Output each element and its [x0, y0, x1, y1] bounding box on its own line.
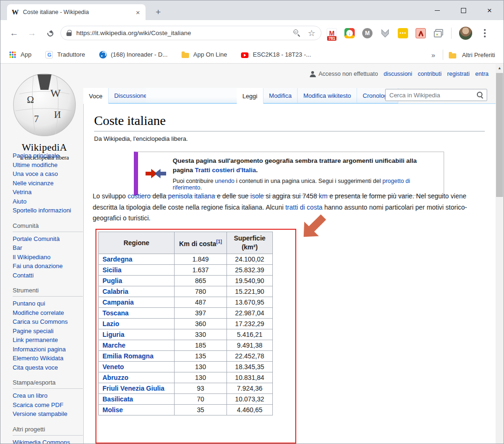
text-segment: .	[256, 167, 258, 174]
wikipedia-globe-icon: W Ω И 7	[9, 68, 80, 139]
svg-text:W: W	[50, 87, 61, 99]
reload-button[interactable]	[43, 26, 57, 40]
tab-voce[interactable]: Voce	[83, 88, 109, 104]
sidebar-link[interactable]: Ultime modifiche	[13, 160, 83, 170]
mega-extension-icon[interactable]: M	[362, 28, 373, 38]
sidebar-section-title: Comunità	[13, 222, 83, 232]
search-icon[interactable]	[477, 92, 483, 98]
sidebar-link[interactable]: Una voce a caso	[13, 169, 83, 179]
sidebar-link[interactable]: Pagina principale	[13, 151, 83, 160]
bookmark-item[interactable]: Traduttore	[45, 51, 85, 58]
url-text[interactable]: https://it.wikipedia.org/wiki/Coste_ital…	[76, 29, 293, 36]
inline-link[interactable]: costiero	[128, 192, 151, 200]
bookmark-star-icon[interactable]: ☆	[308, 29, 315, 37]
gmail-unread-badge: 781	[327, 36, 336, 41]
sidebar-link[interactable]: Il Wikipediano	[13, 253, 83, 262]
tab-modifica[interactable]: Modifica	[263, 88, 298, 103]
browser-window: W Coste italiane - Wikipedia × + × ← → h…	[0, 0, 504, 444]
download-manager-extension-icon[interactable]: ↓	[344, 28, 355, 38]
wikipedia-logo[interactable]: W Ω И 7 WikipediA L'enciclopedia libera	[7, 68, 82, 161]
chrome-menu-button[interactable]	[480, 28, 490, 38]
sidebar-link[interactable]: Crea un libro	[13, 391, 83, 400]
sidebar-group: ComunitàPortale ComunitàBarIl Wikipedian…	[13, 222, 83, 280]
sidebar-link[interactable]: Informazioni pagina	[13, 345, 83, 354]
new-tab-button[interactable]: +	[152, 6, 164, 18]
sidebar-list: Pagina principaleUltime modificheUna voc…	[13, 151, 83, 215]
back-button[interactable]: ←	[7, 26, 21, 40]
sidebar-link[interactable]: Scarica come PDF	[13, 400, 83, 410]
sidebar-link[interactable]: Puntano qui	[13, 299, 83, 308]
screenshot-extension-icon[interactable]	[433, 28, 444, 38]
sidebar-group: Stampa/esportaCrea un libroScarica come …	[13, 379, 83, 419]
sidebar-link[interactable]: Sportello informazioni	[13, 206, 83, 215]
sidebar-link[interactable]: Link permanente	[13, 335, 83, 345]
sidebar-link[interactable]: Bar	[13, 243, 83, 253]
tab-close-icon[interactable]: ×	[135, 9, 141, 16]
search-input[interactable]	[386, 92, 477, 99]
bookmark-label: (168) Inoreader - D...	[111, 51, 168, 58]
translate-icon	[45, 51, 53, 58]
bookmark-item[interactable]: ESC2K18 - 18T23 -...	[241, 51, 311, 58]
forward-button[interactable]: →	[25, 26, 39, 40]
sidebar-link[interactable]: Pagine speciali	[13, 327, 83, 336]
personal-link-registrati[interactable]: registrati	[447, 71, 470, 77]
sidebar-link[interactable]: Carica su Commons	[13, 317, 83, 327]
sidebar-link[interactable]: Wikimedia Commons	[13, 438, 83, 444]
sidebar-link[interactable]: Nelle vicinanze	[13, 179, 83, 188]
sidebar-link[interactable]: Vetrina	[13, 188, 83, 197]
shield-extension-icon[interactable]	[380, 28, 390, 38]
sidebar-navigation: Pagina principaleUltime modificheUna voc…	[13, 151, 83, 444]
inline-link[interactable]: unendo	[215, 178, 234, 184]
sidebar-link[interactable]: Cita questa voce	[13, 363, 83, 372]
bookmark-label: App On Line	[193, 51, 227, 58]
inline-link[interactable]: penisola italiana	[168, 192, 215, 200]
wikipedia-favicon-icon: W	[12, 8, 19, 16]
scrollbar-thumb[interactable]	[496, 73, 503, 197]
tab-leggi[interactable]: Leggi	[237, 88, 263, 104]
folder-icon	[449, 53, 456, 58]
lock-icon[interactable]	[66, 30, 72, 36]
bookmark-item[interactable]: App	[9, 51, 31, 58]
scrollbar-up-arrow[interactable]: ▲	[496, 64, 504, 72]
page-scrollbar[interactable]: ▲	[496, 64, 504, 444]
sidebar-link[interactable]: Portale Comunità	[13, 234, 83, 244]
personal-link-discussioni[interactable]: discussioni	[384, 71, 412, 77]
window-maximize-button[interactable]	[453, 0, 474, 20]
sidebar-link[interactable]: Fai una donazione	[13, 262, 83, 271]
sidebar-link[interactable]: Elemento Wikidata	[13, 354, 83, 363]
notes-extension-icon[interactable]	[398, 28, 408, 38]
inline-link[interactable]: Tratti costieri d'Italia	[195, 167, 256, 174]
window-minimize-button[interactable]	[426, 0, 448, 20]
text-segment: i contenuti in una pagina unica. Segui i…	[234, 178, 382, 184]
personal-link-entra[interactable]: entra	[475, 71, 489, 77]
tab-modifica-wikitesto[interactable]: Modifica wikitesto	[298, 88, 357, 103]
window-close-button[interactable]: ×	[479, 0, 500, 20]
other-bookmarks-label[interactable]: Altri Preferiti	[462, 51, 495, 58]
bookmark-label: App	[21, 51, 31, 58]
sidebar-link[interactable]: Contatti	[13, 271, 83, 280]
bookmark-item[interactable]: App On Line	[182, 51, 227, 58]
folder-icon	[182, 53, 189, 58]
annotation-rectangle	[95, 229, 296, 444]
page-subtitle: Da Wikipedia, l'enciclopedia libera.	[94, 135, 188, 142]
personal-link-contributi[interactable]: contributi	[418, 71, 442, 77]
bookmark-label: ESC2K18 - 18T23 -...	[253, 51, 311, 58]
inoreader-icon	[99, 51, 107, 58]
inline-link[interactable]: isole	[250, 192, 264, 200]
wiki-search-box[interactable]	[385, 89, 487, 101]
bookmark-item[interactable]: (168) Inoreader - D...	[99, 51, 168, 58]
bookmarks-overflow-chevron[interactable]: »	[431, 51, 435, 59]
personal-bar: Accesso non effettuato discussionicontri…	[310, 71, 489, 77]
gmail-extension-icon[interactable]: M 781	[327, 28, 337, 38]
tab-title: Coste italiane - Wikipedia	[23, 9, 135, 15]
personal-links: discussionicontributiregistratientra	[384, 71, 489, 77]
adobe-acrobat-extension-icon[interactable]	[416, 28, 426, 38]
sidebar-link[interactable]: Aiuto	[13, 197, 83, 206]
browser-tab[interactable]: W Coste italiane - Wikipedia ×	[7, 4, 146, 20]
sidebar-link[interactable]: Versione stampabile	[13, 409, 83, 419]
zoom-out-icon[interactable]	[293, 29, 300, 36]
profile-avatar[interactable]	[459, 27, 472, 40]
address-bar[interactable]: https://it.wikipedia.org/wiki/Coste_ital…	[60, 26, 321, 40]
inline-link[interactable]: km	[319, 192, 328, 200]
sidebar-link[interactable]: Modifiche correlate	[13, 308, 83, 318]
